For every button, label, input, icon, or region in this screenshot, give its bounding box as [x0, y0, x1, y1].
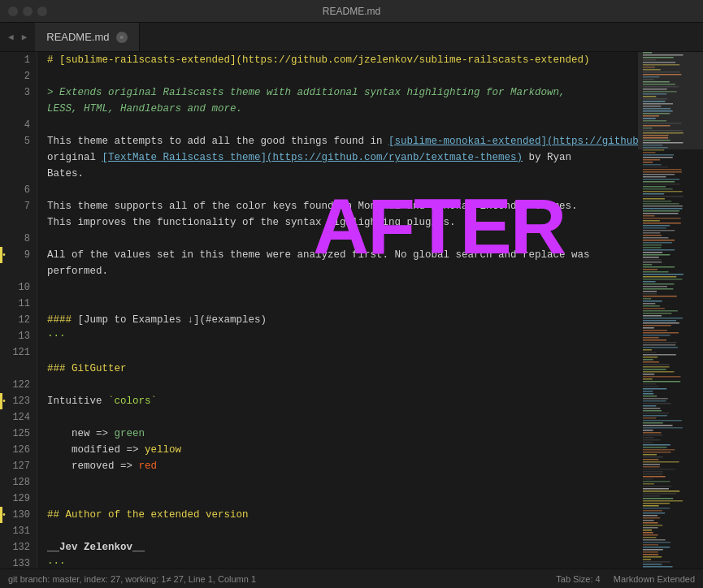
statusbar: git branch: master, index: 27, working: …	[0, 569, 703, 588]
code-line: Bates.	[47, 166, 638, 182]
minimap-canvas	[638, 52, 703, 569]
line-number: 2	[0, 68, 37, 84]
code-line: ### GitGutter	[47, 361, 638, 377]
window-title: README.md	[323, 6, 380, 17]
line-number: 11	[0, 296, 37, 312]
code-line: ···	[47, 556, 638, 569]
line-number: 122	[0, 377, 37, 393]
status-tab-size[interactable]: Tab Size: 4	[556, 574, 600, 584]
line-number: •123	[0, 393, 37, 409]
minimize-button[interactable]	[23, 6, 33, 16]
line-number: 128	[0, 474, 37, 491]
line-number: 131	[0, 523, 37, 539]
code-line	[47, 296, 638, 312]
code-line	[47, 409, 638, 426]
line-number: 5	[0, 133, 37, 149]
code-area[interactable]: AFTER # [sublime-railscasts-extended](ht…	[37, 52, 638, 569]
tab-prev-arrow[interactable]: ◀	[5, 30, 17, 44]
line-number: •9	[0, 247, 37, 263]
line-number: 6	[0, 182, 37, 198]
code-line: removed => red	[47, 458, 638, 474]
line-number	[0, 361, 37, 377]
line-number: 129	[0, 491, 37, 507]
code-line: > Extends original Railscasts theme with…	[47, 84, 638, 101]
close-button[interactable]	[8, 6, 18, 16]
line-gutter: 12345678•910111213121122•123124125126127…	[0, 52, 37, 569]
code-line: performed.	[47, 263, 638, 279]
line-number	[0, 149, 37, 166]
code-line: LESS, HTML, Handlebars and more.	[47, 101, 638, 117]
code-line: This theme attempts to add all the good …	[47, 133, 638, 149]
line-number: 125	[0, 426, 37, 442]
line-number: 127	[0, 458, 37, 474]
code-line	[47, 182, 638, 198]
code-line: modified => yellow	[47, 442, 638, 458]
line-number: 1	[0, 52, 37, 68]
code-line: #### [Jump to Examples ↓](#examples)	[47, 312, 638, 328]
tab-label: README.md	[46, 31, 109, 43]
code-line	[47, 377, 638, 393]
line-number: 4	[0, 117, 37, 133]
code-line: __Jev Zelenkov__	[47, 539, 638, 556]
status-syntax[interactable]: Markdown Extended	[614, 574, 695, 584]
tab-navigation: ◀ ▶	[0, 23, 35, 51]
code-line: ···	[47, 328, 638, 344]
code-line	[47, 474, 638, 491]
line-number: 132	[0, 539, 37, 556]
code-line	[47, 117, 638, 133]
code-line: new => green	[47, 426, 638, 442]
code-line	[47, 68, 638, 84]
code-line: Intuitive `colors`	[47, 393, 638, 409]
minimap[interactable]	[638, 52, 703, 569]
line-number: 133	[0, 556, 37, 569]
code-line	[47, 523, 638, 539]
tab-readme[interactable]: README.md ×	[35, 23, 139, 51]
tabbar: ◀ ▶ README.md ×	[0, 23, 703, 52]
tab-close-button[interactable]: ×	[116, 32, 128, 43]
window-controls	[8, 6, 47, 16]
line-number: 13	[0, 328, 37, 344]
code-line	[47, 344, 638, 361]
line-number: 10	[0, 279, 37, 296]
line-number: 121	[0, 344, 37, 361]
status-right-group: Tab Size: 4 Markdown Extended	[556, 574, 695, 584]
editor-container: 12345678•910111213121122•123124125126127…	[0, 52, 703, 569]
line-number: •130	[0, 507, 37, 523]
line-number: 7	[0, 198, 37, 214]
titlebar: README.md	[0, 0, 703, 23]
code-line: All of the values set in this theme were…	[47, 247, 638, 263]
tab-next-arrow[interactable]: ▶	[19, 30, 31, 44]
line-number: 3	[0, 84, 37, 101]
line-number	[0, 214, 37, 231]
status-git-info: git branch: master, index: 27, working: …	[8, 574, 256, 584]
line-number	[0, 166, 37, 182]
code-line: # [sublime-railscasts-extended](https://…	[47, 52, 638, 68]
line-number	[0, 263, 37, 279]
code-line: original [TextMate Railscasts theme](htt…	[47, 149, 638, 166]
code-line: This improves the functionality of the s…	[47, 214, 638, 231]
code-line	[47, 491, 638, 507]
code-line	[47, 279, 638, 296]
line-number: 12	[0, 312, 37, 328]
code-line	[47, 231, 638, 247]
line-number	[0, 101, 37, 117]
line-number: 8	[0, 231, 37, 247]
line-number: 124	[0, 409, 37, 426]
maximize-button[interactable]	[37, 6, 47, 16]
line-number: 126	[0, 442, 37, 458]
code-line: This theme supports all of the color key…	[47, 198, 638, 214]
code-line: ## Author of the extended version	[47, 507, 638, 523]
